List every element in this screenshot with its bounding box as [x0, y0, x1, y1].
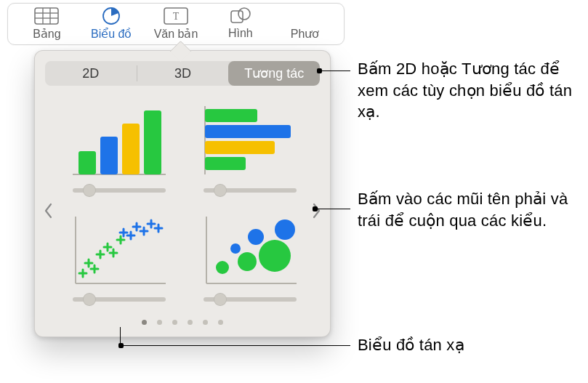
- toolbar-item-shape[interactable]: Hình: [212, 7, 269, 40]
- toolbar-item-table[interactable]: Bảng: [18, 7, 76, 41]
- chart-option-bubble[interactable]: [199, 211, 301, 304]
- svg-rect-11: [78, 151, 96, 174]
- callout-leader: [314, 209, 350, 209]
- prev-styles-arrow[interactable]: [41, 196, 57, 225]
- callout-scatter-label: Biểu đồ tán xạ: [358, 334, 576, 356]
- svg-point-50: [216, 261, 229, 274]
- chart-option-bar[interactable]: [199, 102, 301, 195]
- slider-icon: [204, 186, 297, 195]
- svg-rect-14: [144, 110, 161, 174]
- svg-rect-8: [231, 11, 243, 23]
- tab-2d[interactable]: 2D: [45, 61, 137, 86]
- page-dot[interactable]: [142, 320, 147, 325]
- toolbar-label: Văn bản: [154, 27, 198, 41]
- toolbar-label: Bảng: [33, 27, 60, 41]
- page-dot[interactable]: [157, 320, 162, 325]
- page-dot[interactable]: [203, 320, 208, 325]
- toolbar-item-media[interactable]: Phươ: [276, 7, 334, 41]
- page-dot[interactable]: [218, 320, 223, 325]
- chart-style-grid-wrap: [45, 96, 320, 325]
- chart-type-segmented: 2D 3D Tương tác: [45, 61, 320, 86]
- svg-point-9: [238, 8, 250, 20]
- callout-leader: [318, 70, 350, 71]
- svg-rect-19: [205, 157, 246, 170]
- svg-rect-13: [122, 124, 140, 174]
- text-icon: T: [161, 7, 190, 25]
- svg-rect-16: [205, 109, 257, 122]
- media-icon: [291, 7, 320, 25]
- page-dots[interactable]: [48, 320, 317, 325]
- chart-popover: 2D 3D Tương tác: [34, 50, 331, 337]
- svg-rect-17: [205, 125, 291, 138]
- tab-3d[interactable]: 3D: [137, 61, 229, 86]
- svg-point-51: [230, 243, 241, 254]
- callout-tabs-hint: Bấm 2D hoặc Tương tác để xem các tùy chọ…: [358, 58, 576, 123]
- svg-text:T: T: [173, 11, 180, 22]
- tab-interactive[interactable]: Tương tác: [228, 61, 320, 86]
- svg-point-53: [248, 229, 264, 245]
- toolbar-label: Phươ: [291, 27, 320, 41]
- svg-rect-0: [35, 8, 58, 24]
- toolbar-label: Hình: [228, 27, 253, 40]
- interactive-column-chart-icon: [68, 102, 170, 182]
- svg-rect-18: [205, 141, 275, 154]
- bubble-chart-icon: [199, 211, 301, 291]
- callout-leader-vert: [120, 327, 121, 345]
- callout-arrows-hint: Bấm vào các mũi tên phải và trái để cuộn…: [358, 188, 576, 231]
- chart-option-scatter[interactable]: [68, 211, 170, 304]
- svg-point-55: [275, 219, 295, 240]
- svg-rect-12: [100, 137, 118, 174]
- callout-leader: [120, 345, 350, 346]
- toolbar-item-text[interactable]: T Văn bản: [148, 7, 205, 41]
- chart-option-column[interactable]: [68, 102, 170, 195]
- slider-icon: [204, 295, 297, 304]
- svg-point-54: [259, 240, 291, 272]
- chart-icon: [97, 7, 126, 25]
- toolbar-label: Biểu đồ: [91, 27, 132, 41]
- slider-icon: [73, 295, 166, 304]
- slider-icon: [73, 186, 166, 195]
- toolbar: Bảng Biểu đồ T Văn bản Hình Phươ: [8, 4, 344, 44]
- scatter-chart-icon: [68, 211, 170, 291]
- app-window: Bảng Biểu đồ T Văn bản Hình Phươ 2D: [7, 3, 345, 45]
- table-icon: [32, 7, 61, 25]
- shape-icon: [226, 7, 255, 25]
- chart-style-grid: [48, 96, 317, 307]
- svg-point-52: [238, 252, 257, 271]
- interactive-bar-chart-icon: [199, 102, 301, 182]
- toolbar-item-chart[interactable]: Biểu đồ: [83, 7, 140, 41]
- page-dot[interactable]: [172, 320, 177, 325]
- page-dot[interactable]: [188, 320, 193, 325]
